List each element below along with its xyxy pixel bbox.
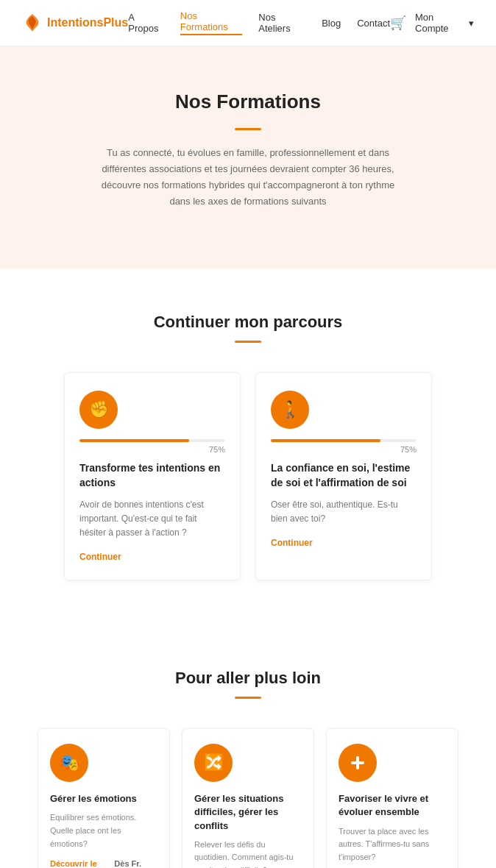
parcours-section: Continuer mon parcours ✊ 75% Transforme … (0, 268, 496, 625)
progress-label-0: 75% (79, 445, 225, 454)
header-right: 🛒 Mon Compte ▾ (390, 12, 474, 34)
parcours-cards: ✊ 75% Transforme tes intentions en actio… (22, 372, 474, 580)
hero-title: Nos Formations (22, 90, 474, 113)
svg-rect-1 (351, 761, 364, 764)
card-desc-1: Oser être soi, authentique. Es-tu bien a… (271, 498, 417, 526)
nav-nos-formations[interactable]: Nos Formations (180, 10, 242, 35)
logo-text: IntentionsPlus (47, 16, 128, 29)
chevron-down-icon: ▾ (469, 18, 474, 29)
main-nav: A Propos Nos Formations Nos Ateliers Blo… (128, 10, 390, 35)
plus-card-0: 🎭 Gérer les émotions Equilibrer ses émot… (38, 728, 170, 868)
site-header: IntentionsPlus A Propos Nos Formations N… (0, 0, 496, 46)
parcours-divider (235, 341, 261, 343)
plus-loin-section: Pour aller plus loin 🎭 Gérer les émotion… (0, 625, 496, 868)
hero-section: Nos Formations Tu as connecté, tu évolue… (0, 46, 496, 268)
nav-nos-ateliers[interactable]: Nos Ateliers (258, 12, 305, 34)
card-icon-0: ✊ (79, 391, 118, 429)
plus-loin-divider (235, 697, 261, 699)
card-link-1[interactable]: Continuer (271, 538, 313, 548)
cart-icon[interactable]: 🛒 (390, 15, 406, 31)
plus-card-desc-1: Relever les défis du quotidien. Comment … (194, 839, 302, 868)
nav-contact[interactable]: Contact (357, 18, 390, 29)
parcours-title: Continuer mon parcours (22, 313, 474, 332)
card-icon-1: 🚶 (271, 391, 309, 429)
logo[interactable]: IntentionsPlus (22, 13, 128, 33)
nav-blog[interactable]: Blog (322, 18, 341, 29)
parcours-card-0: ✊ 75% Transforme tes intentions en actio… (64, 372, 241, 580)
plus-card-title-2: Favoriser le vivre et évoluer ensemble (339, 792, 446, 819)
plus-cards: 🎭 Gérer les émotions Equilibrer ses émot… (22, 728, 474, 868)
card-desc-0: Avoir de bonnes intentions c'est importa… (79, 498, 225, 541)
plus-icon (350, 755, 366, 771)
plus-loin-title: Pour aller plus loin (22, 669, 474, 688)
progress-bar-wrap-0 (79, 439, 225, 442)
plus-card-title-0: Gérer les émotions (50, 792, 157, 805)
plus-card-footer-0: Découvrir le cours Dès Fr. 290.- (50, 859, 157, 868)
card-title-0: Transforme tes intentions en actions (79, 461, 225, 490)
progress-bar-1 (271, 439, 380, 442)
plus-card-icon-1: 🔀 (194, 744, 233, 782)
progress-label-1: 75% (271, 445, 417, 454)
card-title-1: La confiance en soi, l'estime de soi et … (271, 461, 417, 490)
logo-icon (22, 13, 43, 33)
card-link-0[interactable]: Continuer (79, 552, 121, 562)
plus-card-title-1: Gérer les situations difficiles, gérer l… (194, 792, 302, 833)
plus-card-price-0: Dès Fr. 290.- (114, 859, 157, 868)
plus-card-desc-2: Trouver ta place avec les autres. T'affi… (339, 825, 446, 864)
plus-card-icon-2 (339, 744, 377, 782)
hero-divider (235, 128, 261, 130)
plus-card-link-0[interactable]: Découvrir le cours (50, 859, 114, 868)
plus-card-2: Favoriser le vivre et évoluer ensemble T… (326, 728, 458, 868)
plus-card-desc-0: Equilibrer ses émotions. Quelle place on… (50, 811, 157, 850)
progress-bar-wrap-1 (271, 439, 417, 442)
mon-compte-button[interactable]: Mon Compte ▾ (415, 12, 474, 34)
progress-bar-0 (79, 439, 189, 442)
plus-card-icon-0: 🎭 (50, 744, 88, 782)
parcours-card-1: 🚶 75% La confiance en soi, l'estime de s… (255, 372, 432, 580)
plus-card-1: 🔀 Gérer les situations difficiles, gérer… (182, 728, 314, 868)
hero-desc: Tu as connecté, tu évolues en famille, p… (93, 145, 403, 210)
nav-a-propos[interactable]: A Propos (128, 12, 164, 34)
